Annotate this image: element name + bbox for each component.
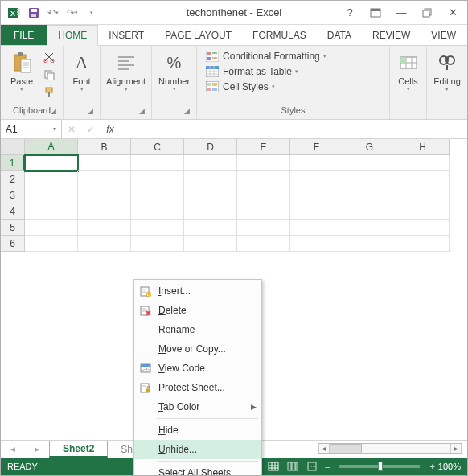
row-header[interactable]: 5 bbox=[1, 220, 25, 236]
cell[interactable] bbox=[25, 236, 78, 252]
cell[interactable] bbox=[25, 220, 78, 236]
enter-formula-icon[interactable]: ✓ bbox=[81, 120, 101, 138]
view-normal-icon[interactable] bbox=[265, 460, 281, 473]
column-header[interactable]: B bbox=[78, 139, 131, 155]
scroll-left-icon[interactable]: ◄ bbox=[318, 444, 330, 453]
cell[interactable] bbox=[131, 155, 184, 171]
cell[interactable] bbox=[78, 171, 131, 187]
column-header[interactable]: G bbox=[343, 139, 396, 155]
column-header[interactable]: E bbox=[237, 139, 290, 155]
cell[interactable] bbox=[290, 187, 343, 203]
cell[interactable] bbox=[396, 155, 450, 171]
scroll-thumb[interactable] bbox=[330, 444, 362, 453]
cell[interactable] bbox=[25, 187, 78, 203]
row-header[interactable]: 3 bbox=[1, 187, 25, 203]
cell[interactable] bbox=[78, 187, 131, 203]
cell[interactable] bbox=[396, 236, 450, 252]
cell[interactable] bbox=[184, 155, 237, 171]
tab-file[interactable]: FILE bbox=[1, 25, 47, 45]
menu-protect-sheet[interactable]: Protect Sheet... bbox=[134, 378, 261, 397]
menu-move-copy[interactable]: Move or Copy... bbox=[134, 339, 261, 359]
alignment-button[interactable]: Alignment ▾ bbox=[105, 49, 146, 94]
select-all-corner[interactable] bbox=[1, 139, 25, 155]
conditional-formatting-button[interactable]: Conditional Formatting ▾ bbox=[202, 49, 330, 64]
cell[interactable] bbox=[396, 187, 450, 203]
close-button[interactable]: ✕ bbox=[441, 4, 464, 22]
sheet-nav-prev-icon[interactable]: ◄ bbox=[1, 441, 25, 458]
row-header[interactable]: 6 bbox=[1, 236, 25, 252]
cell[interactable] bbox=[396, 203, 450, 220]
sheet-tab-active[interactable]: Sheet2 bbox=[49, 441, 108, 458]
menu-rename[interactable]: Rename bbox=[134, 320, 261, 339]
column-header[interactable]: C bbox=[131, 139, 184, 155]
tab-formulas[interactable]: FORMULAS bbox=[242, 25, 317, 45]
cells-button[interactable]: Cells ▾ bbox=[392, 49, 425, 94]
cell[interactable] bbox=[237, 187, 290, 203]
tab-review[interactable]: REVIEW bbox=[362, 25, 421, 45]
cell[interactable] bbox=[184, 236, 237, 252]
cell[interactable] bbox=[25, 203, 78, 220]
sheet-nav-next-icon[interactable]: ► bbox=[25, 441, 49, 458]
column-header[interactable]: H bbox=[396, 139, 450, 155]
cell[interactable] bbox=[237, 155, 290, 171]
cell[interactable] bbox=[237, 220, 290, 236]
cell[interactable] bbox=[184, 171, 237, 187]
cell[interactable] bbox=[184, 187, 237, 203]
paste-button[interactable]: Paste ▾ bbox=[6, 49, 38, 94]
cell[interactable] bbox=[343, 171, 396, 187]
menu-select-all-sheets[interactable]: Select All Sheets bbox=[134, 463, 261, 476]
menu-delete[interactable]: Delete bbox=[134, 301, 261, 320]
editing-button[interactable]: Editing ▾ bbox=[431, 49, 463, 94]
alignment-launcher-icon[interactable]: ◢ bbox=[139, 105, 145, 117]
tab-view[interactable]: VIEW bbox=[421, 25, 466, 45]
clipboard-launcher-icon[interactable]: ◢ bbox=[51, 105, 56, 117]
cell[interactable] bbox=[290, 236, 343, 252]
help-button[interactable]: ? bbox=[339, 4, 361, 22]
tab-data[interactable]: DATA bbox=[317, 25, 362, 45]
number-launcher-icon[interactable]: ◢ bbox=[184, 105, 190, 117]
formula-input[interactable] bbox=[120, 120, 467, 138]
cancel-formula-icon[interactable]: ✕ bbox=[62, 120, 81, 138]
tab-insert[interactable]: INSERT bbox=[98, 25, 154, 45]
view-page-break-icon[interactable] bbox=[304, 460, 320, 473]
cell[interactable] bbox=[343, 187, 396, 203]
cell[interactable] bbox=[131, 236, 184, 252]
cell[interactable] bbox=[343, 220, 396, 236]
insert-function-icon[interactable]: fx bbox=[101, 120, 120, 138]
menu-tab-color[interactable]: Tab Color ▶ bbox=[134, 397, 261, 416]
cell[interactable] bbox=[78, 155, 131, 171]
name-box-dropdown-icon[interactable]: ▾ bbox=[47, 120, 62, 138]
cell[interactable] bbox=[131, 171, 184, 187]
cut-icon[interactable] bbox=[41, 49, 57, 65]
cell[interactable] bbox=[131, 203, 184, 220]
row-header[interactable]: 4 bbox=[1, 203, 25, 220]
horizontal-scrollbar[interactable]: ◄ ► bbox=[318, 443, 462, 454]
copy-icon[interactable] bbox=[41, 67, 57, 83]
cell[interactable] bbox=[131, 187, 184, 203]
cell[interactable] bbox=[237, 236, 290, 252]
row-header[interactable]: 1 bbox=[1, 155, 25, 171]
zoom-level[interactable]: 100% bbox=[438, 462, 461, 471]
font-launcher-icon[interactable]: ◢ bbox=[88, 105, 93, 117]
cell[interactable] bbox=[290, 203, 343, 220]
tab-page-layout[interactable]: PAGE LAYOUT bbox=[154, 25, 242, 45]
restore-button[interactable] bbox=[416, 4, 438, 22]
cell[interactable] bbox=[78, 236, 131, 252]
cell[interactable] bbox=[290, 220, 343, 236]
scroll-right-icon[interactable]: ► bbox=[450, 444, 462, 453]
cell[interactable] bbox=[290, 171, 343, 187]
cell[interactable] bbox=[396, 220, 450, 236]
column-header[interactable]: D bbox=[184, 139, 237, 155]
cell[interactable] bbox=[290, 155, 343, 171]
number-button[interactable]: % Number ▾ bbox=[157, 49, 191, 94]
name-box[interactable]: A1 bbox=[1, 120, 47, 138]
cell[interactable] bbox=[25, 171, 78, 187]
cell-styles-button[interactable]: Cell Styles ▾ bbox=[202, 80, 278, 94]
cell[interactable] bbox=[237, 203, 290, 220]
column-header[interactable]: A bbox=[25, 139, 78, 155]
minimize-button[interactable]: — bbox=[390, 4, 413, 22]
cell[interactable] bbox=[343, 203, 396, 220]
format-painter-icon[interactable] bbox=[41, 84, 57, 101]
tab-home[interactable]: HOME bbox=[47, 25, 98, 46]
cell[interactable] bbox=[396, 171, 450, 187]
